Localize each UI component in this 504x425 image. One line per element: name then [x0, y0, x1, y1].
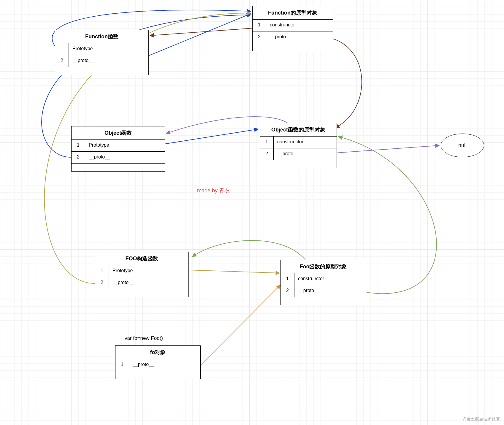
- table-row: 2 __proto__: [260, 148, 337, 160]
- var-label: var fo=new Foo(): [125, 335, 163, 341]
- box-title: Function函数: [55, 30, 148, 43]
- table-row: 1 construnctor: [253, 20, 333, 31]
- box-fo-obj: fo对象 1 __proto__: [115, 345, 201, 379]
- box-title: fo对象: [115, 346, 200, 359]
- table-row: 1 construnctor: [281, 273, 366, 285]
- box-function-proto: Function的原型对象 1 construnctor 2 __proto__: [252, 6, 333, 51]
- table-row: 2 __proto__: [72, 152, 165, 164]
- table-row: 1 Prototype: [55, 43, 148, 55]
- box-object-proto: Object函数的原型对象 1 construnctor 2 __proto__: [260, 123, 337, 168]
- table-row: 1 Prototype: [95, 265, 188, 277]
- box-function-fn: Function函数 1 Prototype 2 __proto__: [55, 30, 149, 75]
- box-title: Foo函数的原型对象: [281, 260, 366, 273]
- table-row: 2 __proto__: [281, 285, 366, 297]
- table-row: 2 __proto__: [55, 55, 148, 67]
- box-title: Object函数的原型对象: [260, 123, 337, 137]
- box-title: Object函数: [72, 126, 165, 140]
- box-object-fn: Object函数 1 Prototype 2 __proto__: [71, 126, 165, 172]
- table-row: 1 __proto__: [115, 359, 200, 371]
- box-title: FOO构造函数: [95, 252, 188, 265]
- watermark: @稀土掘金技术社区: [462, 417, 500, 422]
- table-row: 1 construnctor: [260, 137, 337, 148]
- box-foo-proto: Foo函数的原型对象 1 construnctor 2 __proto__: [280, 260, 366, 305]
- table-row: 2 __proto__: [253, 31, 333, 43]
- null-node: null: [441, 134, 484, 157]
- annotation-made-by: made by 青衣: [197, 187, 230, 194]
- table-row: 2 __proto__: [95, 277, 188, 289]
- table-row: 1 Prototype: [72, 140, 165, 152]
- box-foo-fn: FOO构造函数 1 Prototype 2 __proto__: [95, 252, 189, 297]
- box-title: Function的原型对象: [253, 6, 333, 20]
